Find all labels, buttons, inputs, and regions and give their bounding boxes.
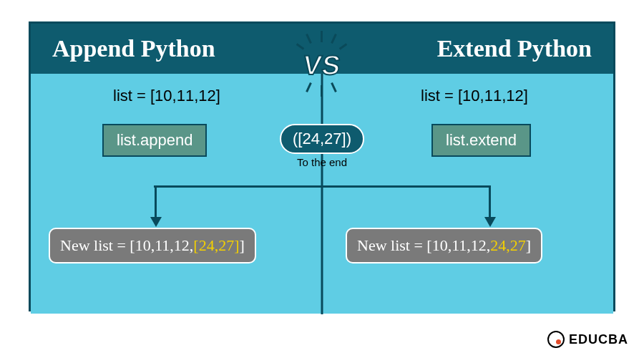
- vs-text: VS: [301, 50, 343, 81]
- right-initial-list: list = [10,11,12]: [421, 87, 528, 105]
- logo-icon: [547, 331, 565, 348]
- diagram-body: list = [10,11,12] list = [10,11,12] list…: [31, 74, 613, 314]
- extend-method-chip: list.extend: [431, 124, 531, 157]
- arrowhead-icon: [484, 217, 496, 227]
- connector-line: [489, 185, 491, 220]
- result-text: New list = [10,11,12,: [60, 236, 193, 254]
- result-highlight: [24,27]: [193, 236, 239, 254]
- result-highlight: 24,27: [490, 236, 526, 254]
- title-extend: Extend Python: [437, 35, 592, 62]
- append-result-box: New list = [10,11,12,[24,27]]: [49, 228, 256, 263]
- brand-name: EDUCBA: [569, 332, 628, 347]
- result-text: ]: [240, 236, 245, 254]
- argument-pill: ([24,27]): [280, 124, 364, 154]
- diagram-frame: Append Python Extend Python VS list = [1…: [29, 21, 615, 311]
- result-text: New list = [10,11,12,: [357, 236, 490, 254]
- title-append: Append Python: [52, 35, 215, 62]
- extend-result-box: New list = [10,11,12,24,27]: [346, 228, 542, 263]
- append-method-chip: list.append: [102, 124, 207, 157]
- left-initial-list: list = [10,11,12]: [113, 87, 220, 105]
- connector-line: [321, 151, 323, 314]
- vs-badge: VS: [286, 37, 358, 94]
- connector-line: [155, 185, 157, 220]
- result-text: ]: [526, 236, 531, 254]
- brand-logo: EDUCBA: [547, 331, 628, 348]
- argument-sublabel: To the end: [297, 156, 347, 168]
- arrowhead-icon: [150, 217, 162, 227]
